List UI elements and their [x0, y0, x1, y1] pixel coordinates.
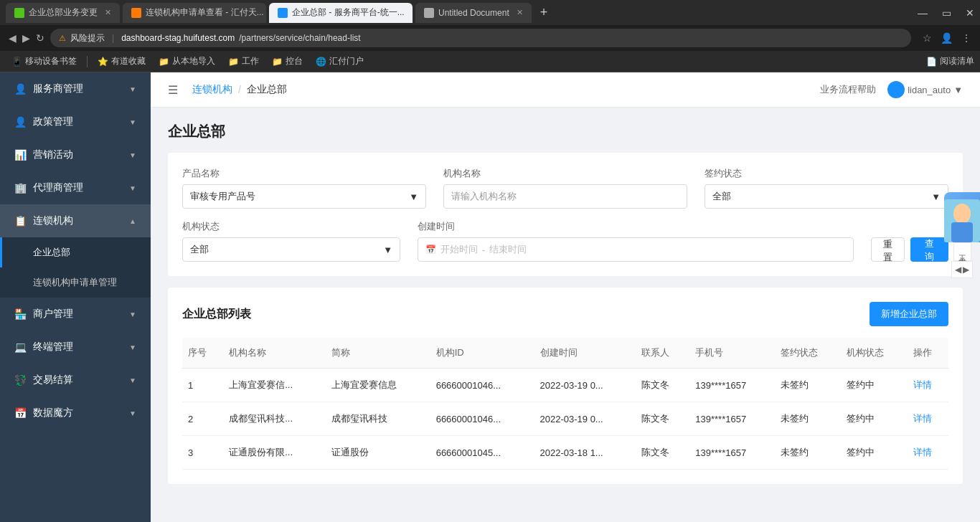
detail-link-0[interactable]: 详情 [913, 379, 932, 390]
institution-name-input[interactable]: 请输入机构名称 [443, 184, 687, 209]
sidebar-item-terminal-mgmt[interactable]: 💻 终端管理 ▼ [0, 331, 151, 364]
bookmark-separator-1 [87, 56, 88, 67]
sidebar-subitem-enterprise-hq[interactable]: 企业总部 [0, 237, 151, 267]
reading-mode-label: 阅读清单 [940, 55, 974, 67]
main-content: ☰ 连锁机构 / 企业总部 业务流程帮助 lidan_auto ▼ 企业总部 [151, 72, 980, 522]
bookmark-work[interactable]: 📁 工作 [222, 54, 265, 69]
breadcrumb-item-chain[interactable]: 连锁机构 [192, 83, 232, 96]
tab-3-icon [278, 8, 288, 18]
cell-action-2[interactable]: 详情 [908, 436, 948, 470]
terminal-mgmt-icon: 💻 [14, 341, 26, 353]
bookmark-huifu[interactable]: 🌐 汇付门户 [310, 54, 369, 69]
sidebar-item-chain[interactable]: 📋 连锁机构 ▲ [0, 204, 151, 237]
detail-link-2[interactable]: 详情 [913, 447, 932, 457]
created-time-group: 创建时间 📅 开始时间 - 结束时间 [418, 220, 854, 262]
sidebar-item-marketing[interactable]: 📊 营销活动 ▼ [0, 138, 151, 171]
help-link[interactable]: 业务流程帮助 [820, 83, 876, 96]
transaction-arrow: ▼ [129, 376, 136, 384]
user-menu[interactable]: lidan_auto ▼ [887, 81, 963, 98]
nav-arrows: ◀ ▶ [951, 261, 973, 278]
bookmark-import[interactable]: 📁 从本地导入 [153, 54, 221, 69]
tab-4[interactable]: Untitled Document ✕ [415, 3, 532, 23]
institution-name-label: 机构名称 [443, 167, 687, 180]
sidebar-item-policy-mgmt[interactable]: 👤 政策管理 ▼ [0, 105, 151, 138]
bookmark-import-label: 从本地导入 [172, 55, 215, 67]
agent-mgmt-arrow: ▼ [129, 184, 136, 192]
cell-action-1[interactable]: 详情 [908, 402, 948, 436]
work-order-widget[interactable]: 工单中心 [953, 242, 971, 261]
profile-icon[interactable]: 👤 [941, 32, 953, 44]
minimize-button[interactable]: — [918, 7, 928, 19]
detail-link-1[interactable]: 详情 [913, 413, 932, 424]
sidebar-item-agent-mgmt[interactable]: 🏢 代理商管理 ▼ [0, 171, 151, 204]
tab-3-close[interactable]: ✕ [412, 8, 413, 17]
menu-toggle-icon[interactable]: ☰ [168, 83, 178, 97]
bookmark-console[interactable]: 📁 控台 [266, 54, 308, 69]
cell-contact-2: 陈文冬 [636, 436, 689, 470]
institution-status-select[interactable]: 全部 ▼ [182, 237, 400, 262]
table-body: 1 上海宜爱赛信... 上海宜爱赛信息 66660001046... 2022-… [182, 369, 948, 470]
reset-button[interactable]: 重置 [871, 237, 905, 262]
col-short-name: 简称 [326, 338, 430, 369]
bookmark-youdao[interactable]: ⭐ 有道收藏 [92, 54, 151, 69]
security-warning-text: 风险提示 [70, 32, 105, 44]
tab-4-close[interactable]: ✕ [517, 8, 523, 17]
url-input[interactable]: ⚠ 风险提示 | dashboard-stag.huifutest.com /p… [50, 29, 911, 47]
service-mgmt-arrow: ▼ [129, 85, 136, 93]
end-time-placeholder: 结束时间 [489, 243, 527, 256]
page-title-bar: 企业总部 [151, 108, 980, 153]
cell-sign-status-2: 未签约 [775, 436, 842, 470]
page-title: 企业总部 [168, 122, 963, 141]
sidebar-policy-mgmt-label: 政策管理 [33, 115, 73, 128]
query-button[interactable]: 查询 [910, 237, 948, 262]
cell-institution-id-1: 66660001046... [430, 402, 534, 436]
forward-button[interactable]: ▶ [22, 32, 30, 44]
sign-status-value: 全部 [712, 190, 731, 203]
filter-section: 产品名称 审核专用产品号 ▼ 机构名称 请输入机构名称 签约状态 全部 [168, 153, 963, 276]
nav-left-arrow[interactable]: ◀ [955, 265, 961, 275]
data-magic-arrow: ▼ [129, 409, 136, 417]
col-sign-status: 签约状态 [775, 338, 842, 369]
tab-2[interactable]: 连锁机构申请单查看 - 汇付天... ✕ [123, 3, 266, 23]
reload-button[interactable]: ↻ [36, 32, 44, 44]
bookmark-mobile[interactable]: 📱 移动设备书签 [6, 54, 83, 69]
tab-1-close[interactable]: ✕ [105, 8, 111, 17]
tab-1[interactable]: 企业总部业务变更 ✕ [6, 3, 120, 23]
product-name-select[interactable]: 审核专用产品号 ▼ [182, 184, 426, 209]
agent-mgmt-icon: 🏢 [14, 182, 26, 194]
new-tab-button[interactable]: + [534, 5, 554, 20]
helper-avatar[interactable] [944, 192, 980, 242]
date-range-input[interactable]: 📅 开始时间 - 结束时间 [418, 237, 854, 262]
cell-institution-name-2: 证通股份有限... [223, 436, 326, 470]
sidebar-service-mgmt-label: 服务商管理 [33, 82, 83, 95]
table-row: 2 成都玺讯科技... 成都玺讯科技 66660001046... 2022-0… [182, 402, 948, 436]
product-name-value: 审核专用产品号 [190, 190, 255, 203]
maximize-button[interactable]: ▭ [942, 7, 951, 19]
sidebar-item-transaction[interactable]: 💱 交易结算 ▼ [0, 364, 151, 397]
cell-action-0[interactable]: 详情 [908, 369, 948, 402]
sidebar-chain-label: 连锁机构 [33, 214, 73, 227]
nav-right-arrow[interactable]: ▶ [963, 265, 969, 275]
sidebar-subitem-chain-app-mgmt[interactable]: 连锁机构申请单管理 [0, 267, 151, 298]
sidebar-item-data-magic[interactable]: 📅 数据魔方 ▼ [0, 397, 151, 430]
sidebar-item-merchant-mgmt[interactable]: 🏪 商户管理 ▼ [0, 298, 151, 331]
work-folder-icon: 📁 [228, 57, 239, 67]
sidebar-item-service-mgmt[interactable]: 👤 服务商管理 ▼ [0, 72, 151, 105]
helper-avatar-image [944, 199, 980, 242]
bookmark-star-icon[interactable]: ☆ [923, 32, 932, 44]
back-button[interactable]: ◀ [9, 32, 17, 44]
tab-3[interactable]: 企业总部 - 服务商平台-统一... ✕ [269, 3, 413, 23]
bookmark-youdao-label: 有道收藏 [111, 55, 146, 67]
url-domain: dashboard-stag.huifutest.com [121, 33, 235, 43]
close-button[interactable]: ✕ [966, 7, 974, 19]
reading-mode[interactable]: 📄 阅读清单 [926, 55, 974, 67]
settings-icon[interactable]: ⋮ [961, 32, 971, 44]
bookmark-mobile-label: 移动设备书签 [25, 55, 77, 67]
sidebar-terminal-mgmt-label: 终端管理 [33, 341, 73, 353]
address-bar-icons: ☆ 👤 ⋮ [923, 32, 971, 44]
sign-status-select[interactable]: 全部 ▼ [705, 184, 948, 209]
globe-icon: 🌐 [316, 57, 326, 67]
cell-created-time-1: 2022-03-19 0... [534, 402, 636, 436]
breadcrumb-separator: / [238, 84, 241, 95]
new-enterprise-button[interactable]: 新增企业总部 [870, 302, 948, 326]
